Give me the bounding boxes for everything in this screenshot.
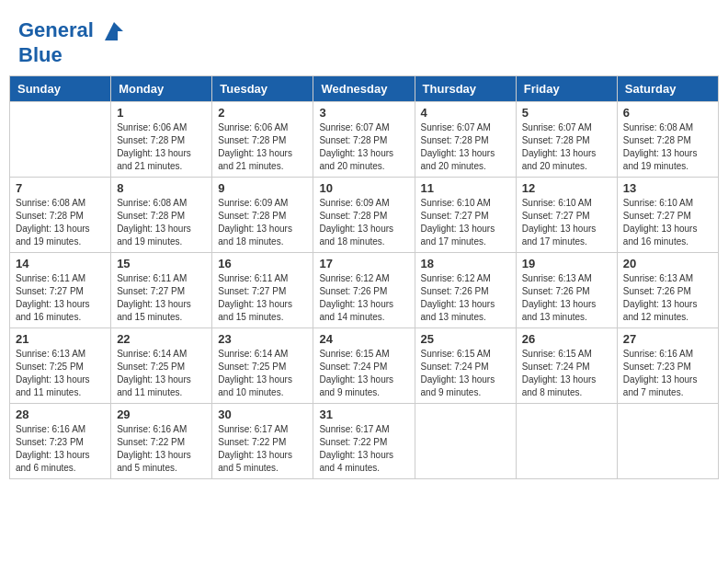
day-info: Sunrise: 6:06 AM Sunset: 7:28 PM Dayligh… bbox=[218, 121, 307, 173]
weekday-header-friday: Friday bbox=[516, 76, 617, 102]
day-number: 3 bbox=[319, 106, 408, 120]
day-cell: 13Sunrise: 6:10 AM Sunset: 7:27 PM Dayli… bbox=[617, 178, 718, 253]
day-cell: 25Sunrise: 6:15 AM Sunset: 7:24 PM Dayli… bbox=[415, 328, 516, 404]
day-info: Sunrise: 6:11 AM Sunset: 7:27 PM Dayligh… bbox=[16, 272, 105, 324]
day-number: 11 bbox=[421, 181, 510, 195]
day-number: 20 bbox=[623, 257, 712, 270]
day-cell bbox=[415, 404, 516, 479]
day-number: 2 bbox=[218, 106, 307, 120]
day-number: 31 bbox=[319, 408, 408, 421]
day-cell: 18Sunrise: 6:12 AM Sunset: 7:26 PM Dayli… bbox=[415, 253, 516, 328]
day-number: 30 bbox=[218, 408, 307, 421]
day-info: Sunrise: 6:12 AM Sunset: 7:26 PM Dayligh… bbox=[421, 272, 510, 324]
day-info: Sunrise: 6:16 AM Sunset: 7:22 PM Dayligh… bbox=[117, 423, 206, 475]
day-cell: 1Sunrise: 6:06 AM Sunset: 7:28 PM Daylig… bbox=[111, 102, 212, 178]
weekday-header-saturday: Saturday bbox=[617, 76, 718, 102]
day-cell: 4Sunrise: 6:07 AM Sunset: 7:28 PM Daylig… bbox=[415, 102, 516, 178]
day-cell: 31Sunrise: 6:17 AM Sunset: 7:22 PM Dayli… bbox=[313, 404, 415, 479]
day-number: 22 bbox=[117, 332, 206, 346]
day-cell: 24Sunrise: 6:15 AM Sunset: 7:24 PM Dayli… bbox=[313, 328, 415, 404]
day-cell: 12Sunrise: 6:10 AM Sunset: 7:27 PM Dayli… bbox=[516, 178, 617, 253]
day-number: 14 bbox=[16, 257, 105, 270]
day-cell: 22Sunrise: 6:14 AM Sunset: 7:25 PM Dayli… bbox=[111, 328, 212, 404]
day-number: 18 bbox=[421, 257, 510, 270]
day-info: Sunrise: 6:11 AM Sunset: 7:27 PM Dayligh… bbox=[117, 272, 206, 324]
day-cell: 27Sunrise: 6:16 AM Sunset: 7:23 PM Dayli… bbox=[617, 328, 718, 404]
day-cell: 23Sunrise: 6:14 AM Sunset: 7:25 PM Dayli… bbox=[212, 328, 313, 404]
calendar-table: SundayMondayTuesdayWednesdayThursdayFrid… bbox=[9, 75, 719, 479]
day-cell: 21Sunrise: 6:13 AM Sunset: 7:25 PM Dayli… bbox=[10, 328, 111, 404]
weekday-header-wednesday: Wednesday bbox=[313, 76, 415, 102]
weekday-header-monday: Monday bbox=[111, 76, 212, 102]
day-number: 12 bbox=[522, 181, 611, 195]
day-cell: 14Sunrise: 6:11 AM Sunset: 7:27 PM Dayli… bbox=[10, 253, 111, 328]
day-cell: 2Sunrise: 6:06 AM Sunset: 7:28 PM Daylig… bbox=[212, 102, 313, 178]
day-info: Sunrise: 6:13 AM Sunset: 7:26 PM Dayligh… bbox=[623, 272, 712, 324]
day-number: 8 bbox=[117, 181, 206, 195]
day-info: Sunrise: 6:07 AM Sunset: 7:28 PM Dayligh… bbox=[522, 121, 611, 173]
day-cell: 7Sunrise: 6:08 AM Sunset: 7:28 PM Daylig… bbox=[10, 178, 111, 253]
day-info: Sunrise: 6:13 AM Sunset: 7:26 PM Dayligh… bbox=[522, 272, 611, 324]
day-info: Sunrise: 6:17 AM Sunset: 7:22 PM Dayligh… bbox=[218, 423, 307, 475]
day-number: 24 bbox=[319, 332, 408, 346]
day-cell: 5Sunrise: 6:07 AM Sunset: 7:28 PM Daylig… bbox=[516, 102, 617, 178]
day-cell: 28Sunrise: 6:16 AM Sunset: 7:23 PM Dayli… bbox=[10, 404, 111, 479]
day-info: Sunrise: 6:14 AM Sunset: 7:25 PM Dayligh… bbox=[117, 348, 206, 399]
logo-blue: Blue bbox=[18, 43, 63, 66]
day-number: 10 bbox=[319, 181, 408, 195]
day-info: Sunrise: 6:15 AM Sunset: 7:24 PM Dayligh… bbox=[522, 348, 611, 399]
week-row-4: 21Sunrise: 6:13 AM Sunset: 7:25 PM Dayli… bbox=[10, 328, 719, 404]
logo-icon bbox=[101, 18, 127, 44]
day-cell: 20Sunrise: 6:13 AM Sunset: 7:26 PM Dayli… bbox=[617, 253, 718, 328]
day-info: Sunrise: 6:09 AM Sunset: 7:28 PM Dayligh… bbox=[319, 197, 408, 248]
day-cell: 15Sunrise: 6:11 AM Sunset: 7:27 PM Dayli… bbox=[111, 253, 212, 328]
day-info: Sunrise: 6:10 AM Sunset: 7:27 PM Dayligh… bbox=[623, 197, 712, 248]
week-row-5: 28Sunrise: 6:16 AM Sunset: 7:23 PM Dayli… bbox=[10, 404, 719, 479]
logo-general: General bbox=[18, 18, 94, 41]
week-row-3: 14Sunrise: 6:11 AM Sunset: 7:27 PM Dayli… bbox=[10, 253, 719, 328]
day-number: 7 bbox=[16, 181, 105, 195]
weekday-header-row: SundayMondayTuesdayWednesdayThursdayFrid… bbox=[10, 76, 719, 102]
day-number: 9 bbox=[218, 181, 307, 195]
weekday-header-sunday: Sunday bbox=[10, 76, 111, 102]
day-cell: 17Sunrise: 6:12 AM Sunset: 7:26 PM Dayli… bbox=[313, 253, 415, 328]
day-info: Sunrise: 6:13 AM Sunset: 7:25 PM Dayligh… bbox=[16, 348, 105, 399]
day-info: Sunrise: 6:10 AM Sunset: 7:27 PM Dayligh… bbox=[421, 197, 510, 248]
page-header: General Blue bbox=[9, 9, 719, 71]
day-info: Sunrise: 6:16 AM Sunset: 7:23 PM Dayligh… bbox=[623, 348, 712, 399]
week-row-2: 7Sunrise: 6:08 AM Sunset: 7:28 PM Daylig… bbox=[10, 178, 719, 253]
week-row-1: 1Sunrise: 6:06 AM Sunset: 7:28 PM Daylig… bbox=[10, 102, 719, 178]
day-info: Sunrise: 6:08 AM Sunset: 7:28 PM Dayligh… bbox=[623, 121, 712, 173]
day-cell: 30Sunrise: 6:17 AM Sunset: 7:22 PM Dayli… bbox=[212, 404, 313, 479]
day-number: 15 bbox=[117, 257, 206, 270]
day-number: 26 bbox=[522, 332, 611, 346]
day-cell bbox=[617, 404, 718, 479]
day-cell: 26Sunrise: 6:15 AM Sunset: 7:24 PM Dayli… bbox=[516, 328, 617, 404]
day-number: 6 bbox=[623, 106, 712, 120]
day-info: Sunrise: 6:06 AM Sunset: 7:28 PM Dayligh… bbox=[117, 121, 206, 173]
day-cell: 3Sunrise: 6:07 AM Sunset: 7:28 PM Daylig… bbox=[313, 102, 415, 178]
day-cell: 11Sunrise: 6:10 AM Sunset: 7:27 PM Dayli… bbox=[415, 178, 516, 253]
day-info: Sunrise: 6:14 AM Sunset: 7:25 PM Dayligh… bbox=[218, 348, 307, 399]
weekday-header-thursday: Thursday bbox=[415, 76, 516, 102]
day-info: Sunrise: 6:12 AM Sunset: 7:26 PM Dayligh… bbox=[319, 272, 408, 324]
day-number: 21 bbox=[16, 332, 105, 346]
day-info: Sunrise: 6:15 AM Sunset: 7:24 PM Dayligh… bbox=[319, 348, 408, 399]
day-cell bbox=[516, 404, 617, 479]
day-cell: 6Sunrise: 6:08 AM Sunset: 7:28 PM Daylig… bbox=[617, 102, 718, 178]
day-number: 25 bbox=[421, 332, 510, 346]
day-info: Sunrise: 6:15 AM Sunset: 7:24 PM Dayligh… bbox=[421, 348, 510, 399]
day-info: Sunrise: 6:11 AM Sunset: 7:27 PM Dayligh… bbox=[218, 272, 307, 324]
day-info: Sunrise: 6:10 AM Sunset: 7:27 PM Dayligh… bbox=[522, 197, 611, 248]
day-info: Sunrise: 6:07 AM Sunset: 7:28 PM Dayligh… bbox=[421, 121, 510, 173]
day-cell: 19Sunrise: 6:13 AM Sunset: 7:26 PM Dayli… bbox=[516, 253, 617, 328]
day-number: 19 bbox=[522, 257, 611, 270]
day-info: Sunrise: 6:08 AM Sunset: 7:28 PM Dayligh… bbox=[16, 197, 105, 248]
day-cell bbox=[10, 102, 111, 178]
day-number: 27 bbox=[623, 332, 712, 346]
day-number: 29 bbox=[117, 408, 206, 421]
day-cell: 10Sunrise: 6:09 AM Sunset: 7:28 PM Dayli… bbox=[313, 178, 415, 253]
day-cell: 16Sunrise: 6:11 AM Sunset: 7:27 PM Dayli… bbox=[212, 253, 313, 328]
day-cell: 29Sunrise: 6:16 AM Sunset: 7:22 PM Dayli… bbox=[111, 404, 212, 479]
day-number: 23 bbox=[218, 332, 307, 346]
